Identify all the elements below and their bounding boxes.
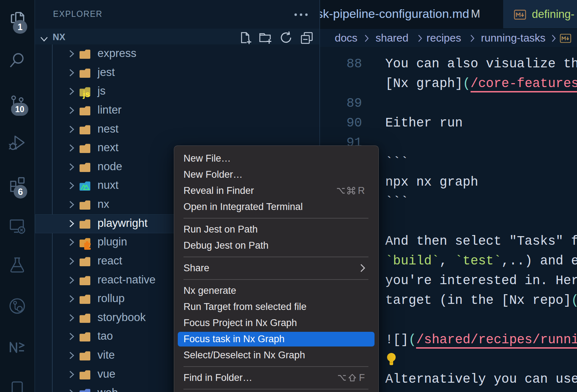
svg-text:js: js: [82, 89, 90, 99]
